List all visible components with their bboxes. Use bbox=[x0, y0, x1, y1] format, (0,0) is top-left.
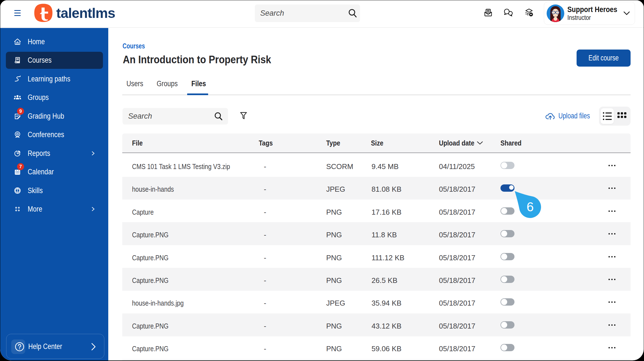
svg-text:6: 6 bbox=[527, 200, 534, 214]
